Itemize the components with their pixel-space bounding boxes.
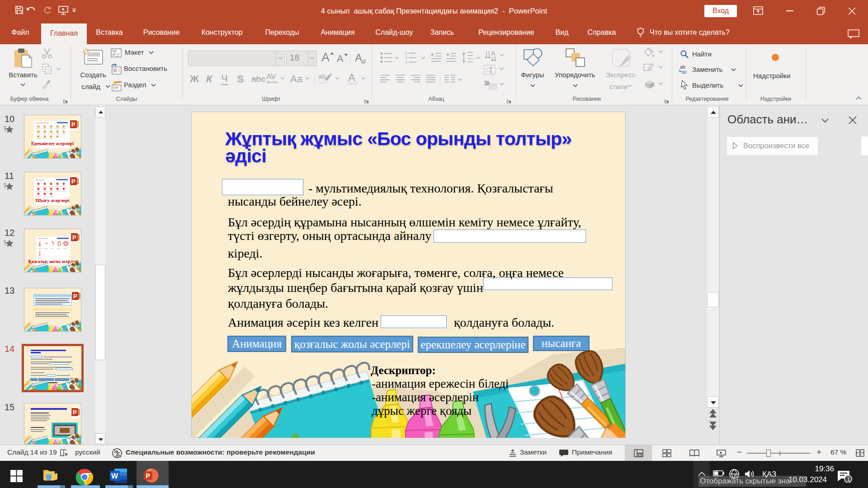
- svg-text:P: P: [146, 472, 150, 479]
- svg-text:А: А: [491, 50, 495, 57]
- svg-text:P: P: [71, 121, 75, 128]
- svg-text:P: P: [73, 409, 77, 416]
- svg-text:P: P: [71, 178, 75, 185]
- svg-text:1: 1: [405, 51, 407, 56]
- svg-text:ac: ac: [682, 69, 687, 74]
- svg-text:ab: ab: [318, 72, 326, 80]
- svg-text:2: 2: [405, 56, 407, 60]
- svg-text:1: 1: [847, 476, 850, 483]
- svg-text:P: P: [72, 234, 76, 241]
- svg-text:3: 3: [405, 60, 407, 64]
- svg-text:P: P: [73, 293, 77, 300]
- svg-text:AV: AV: [266, 73, 276, 81]
- svg-text:W: W: [111, 472, 118, 480]
